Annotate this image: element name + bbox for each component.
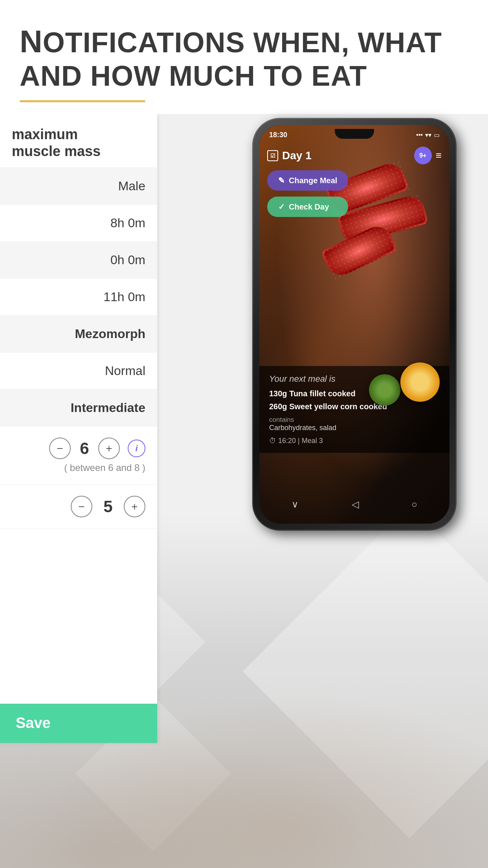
sleep-end-value: 0h 0m	[110, 253, 145, 267]
check-icon: ✓	[278, 202, 285, 211]
change-meal-button[interactable]: ✎ Change Meal	[267, 170, 348, 191]
wake-time-value: 11h 0m	[103, 290, 145, 304]
salad-thumbnail	[369, 374, 400, 406]
stepper2-plus-button[interactable]: +	[124, 496, 145, 517]
title-first-letter: N	[20, 24, 43, 59]
gender-value: Male	[118, 179, 145, 193]
nav-chevron-icon[interactable]: ∨	[292, 499, 299, 510]
day-title: ☑ Day 1	[267, 149, 312, 162]
stepper2-minus-button[interactable]: −	[71, 496, 92, 517]
intermediate-level-value: Intermediate	[71, 401, 145, 415]
signal-icon: ▪▪▪	[416, 131, 423, 138]
stepper1-control: − 6 + i	[12, 438, 145, 459]
meal-time: ⏱ 16:20 | Meal 3	[269, 437, 440, 445]
day-header: ☑ Day 1 9+ ≡	[267, 147, 442, 164]
header-right: 9+ ≡	[414, 147, 442, 164]
stepper2-value: 5	[100, 497, 116, 516]
body-type-value: Mezomorph	[75, 327, 145, 341]
action-buttons: ✎ Change Meal ✓ Check Day	[267, 170, 348, 217]
corn-thumbnail	[400, 362, 440, 402]
title-underline	[20, 100, 145, 102]
gender-row: Male	[0, 168, 157, 205]
stepper1-minus-button[interactable]: −	[49, 438, 71, 459]
nav-home-icon[interactable]: ○	[411, 499, 417, 510]
stepper2-row: − 5 +	[0, 485, 157, 529]
phone-mockup-area: 18:30 ▪▪▪ ▾▾ ▭ ☑ Day 1 9+	[193, 86, 488, 637]
left-panel: maximum muscle mass Male 8h 0m 0h 0m 11h…	[0, 114, 157, 743]
stepper1-row: − 6 + i ( between 6 and 8 )	[0, 427, 157, 485]
stepper1-plus-button[interactable]: +	[98, 438, 120, 459]
plus-icon: +	[106, 442, 112, 455]
sleep-start-row: 8h 0m	[0, 205, 157, 242]
nav-back-icon[interactable]: ◁	[352, 499, 359, 510]
wifi-icon: ▾▾	[425, 131, 431, 139]
title-line1-rest: OTIFICATIONS WHEN, WHAT	[43, 27, 442, 58]
check-day-button[interactable]: ✓ Check Day	[267, 197, 348, 217]
phone-nav-bar: ∨ ◁ ○	[259, 493, 449, 516]
calendar-icon: ☑	[267, 150, 278, 161]
body-type-row: Mezomorph	[0, 316, 157, 353]
notification-badge[interactable]: 9+	[414, 147, 432, 164]
change-meal-label: Change Meal	[289, 176, 337, 185]
contains-value: Carbohydrates, salad	[269, 424, 440, 432]
day-label: Day 1	[282, 149, 312, 162]
stepper1-value: 6	[77, 439, 92, 458]
battery-icon: ▭	[434, 131, 440, 139]
goal-title: maximum muscle mass	[12, 126, 145, 160]
status-icons: ▪▪▪ ▾▾ ▭	[416, 131, 440, 139]
intermediate-level-row: Intermediate	[0, 390, 157, 427]
stepper1-info-button[interactable]: i	[128, 440, 145, 457]
phone-screen: 18:30 ▪▪▪ ▾▾ ▭ ☑ Day 1 9+	[259, 125, 449, 524]
menu-icon[interactable]: ≡	[436, 149, 442, 162]
plus-icon2: +	[131, 500, 138, 513]
goal-title-line2: muscle mass	[12, 143, 101, 159]
stepper1-hint: ( between 6 and 8 )	[12, 462, 145, 473]
save-button[interactable]: Save	[0, 704, 157, 743]
wake-time-row: 11h 0m	[0, 279, 157, 316]
meal-item-2: 260g Sweet yellow corn cooked	[269, 401, 440, 412]
page-title: NOTIFICATIONS WHEN, WHAT AND HOW MUCH TO…	[20, 24, 468, 92]
phone-shell: 18:30 ▪▪▪ ▾▾ ▭ ☑ Day 1 9+	[252, 118, 457, 531]
normal-level-row: Normal	[0, 353, 157, 390]
minus-icon2: −	[78, 500, 84, 513]
minus-icon: −	[57, 442, 63, 455]
save-label: Save	[16, 715, 51, 732]
panel-header: maximum muscle mass	[0, 114, 157, 168]
screen-content: 18:30 ▪▪▪ ▾▾ ▭ ☑ Day 1 9+	[259, 125, 449, 524]
info-icon: i	[135, 443, 138, 454]
contains-label: contains	[269, 416, 440, 424]
notification-count: 9+	[419, 152, 426, 159]
check-day-label: Check Day	[289, 202, 329, 211]
status-time: 18:30	[269, 131, 287, 139]
sleep-start-value: 8h 0m	[110, 216, 145, 230]
stepper2-control: − 5 +	[12, 496, 145, 517]
pencil-icon: ✎	[278, 176, 285, 185]
sleep-end-row: 0h 0m	[0, 242, 157, 279]
phone-notch	[335, 129, 374, 139]
normal-level-value: Normal	[105, 364, 145, 378]
goal-title-line1: maximum	[12, 126, 78, 142]
